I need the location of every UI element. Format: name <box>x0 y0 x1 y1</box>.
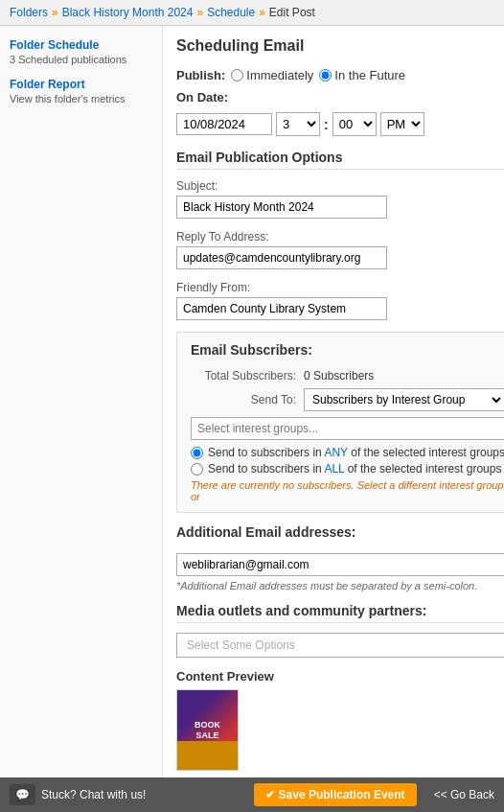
total-subscribers-value: 0 Subscribers <box>304 369 374 383</box>
radio-any[interactable] <box>191 447 203 459</box>
preview-book-text: BOOK SALE <box>195 720 220 741</box>
save-icon: ✔ <box>265 788 275 801</box>
total-subscribers-label: Total Subscribers: <box>191 369 296 383</box>
radio-any-row: Send to subscribers in ANY of the select… <box>191 446 504 459</box>
sidebar-item-folder-report[interactable]: Folder Report View this folder's metrics <box>10 77 152 104</box>
radio-any-label: Send to subscribers in ANY of the select… <box>208 446 504 459</box>
sidebar-folder-report-sub: View this folder's metrics <box>10 93 152 104</box>
subject-field-group: Subject: <box>176 179 504 219</box>
radio-all-row: Send to subscribers in ALL of the select… <box>191 462 504 476</box>
publish-label: Publish: <box>176 68 225 82</box>
breadcrumb-folders[interactable]: Folders <box>10 6 48 19</box>
bottom-actions: ✔ Save Publication Event << Go Back <box>254 783 494 806</box>
additional-email-section: Additional Email addresses: *Additional … <box>176 524 504 592</box>
publish-future-radio[interactable] <box>319 69 332 81</box>
breadcrumb-schedule[interactable]: Schedule <box>207 6 255 19</box>
sidebar-folder-schedule-sub: 3 Scheduled publications <box>10 54 152 65</box>
total-subscribers-row: Total Subscribers: 0 Subscribers <box>191 369 504 383</box>
reply-to-label: Reply To Address: <box>176 230 504 244</box>
breadcrumb-sep-1: » <box>52 6 58 19</box>
subject-label: Subject: <box>176 179 504 193</box>
save-publication-button[interactable]: ✔ Save Publication Event <box>254 783 417 806</box>
friendly-from-field-group: Friendly From: <box>176 281 504 320</box>
any-highlight: ANY <box>324 446 347 459</box>
sidebar-folder-schedule-link[interactable]: Folder Schedule <box>10 38 99 52</box>
send-to-select[interactable]: Subscribers by Interest Group All Subscr… <box>304 388 504 411</box>
send-to-label: Send To: <box>191 393 296 406</box>
bottom-bar: 💬 Stuck? Chat with us! ✔ Save Publicatio… <box>0 777 504 812</box>
radio-group: Send to subscribers in ANY of the select… <box>191 446 504 476</box>
content-preview-image: BOOK SALE <box>176 689 239 771</box>
sidebar: Folder Schedule 3 Scheduled publications… <box>0 26 163 812</box>
friendly-from-label: Friendly From: <box>176 281 504 294</box>
page-title: Scheduling Email <box>176 37 504 55</box>
chat-label: Stuck? Chat with us! <box>41 788 146 801</box>
radio-all[interactable] <box>191 463 203 476</box>
breadcrumb-sep-3: » <box>259 6 265 19</box>
breadcrumb-sep-2: » <box>196 6 203 19</box>
email-subscribers-title: Email Subscribers: <box>191 342 504 361</box>
all-highlight: ALL <box>324 462 344 476</box>
hour-select[interactable]: 3 <box>276 112 320 136</box>
go-back-link[interactable]: << Go Back <box>434 788 494 801</box>
minute-select[interactable]: 00 <box>332 112 377 136</box>
email-options-title: Email Publication Options <box>176 150 504 170</box>
media-title: Media outlets and community partners: <box>176 603 504 623</box>
sidebar-folder-report-link[interactable]: Folder Report <box>10 78 85 91</box>
ampm-select[interactable]: PM AM <box>380 112 424 136</box>
interest-groups-input[interactable] <box>191 417 504 440</box>
warning-text: There are currently no subscribers. Sele… <box>191 479 504 502</box>
on-date-label: On Date: <box>176 90 228 104</box>
time-colon: : <box>324 117 329 132</box>
breadcrumb: Folders » Black History Month 2024 » Sch… <box>0 0 504 26</box>
send-to-row: Send To: Subscribers by Interest Group A… <box>191 388 504 411</box>
publish-row: Publish: Immediately In the Future <box>176 68 504 82</box>
chat-widget: 💬 Stuck? Chat with us! <box>10 784 146 805</box>
breadcrumb-current: Edit Post <box>269 6 315 19</box>
email-subscribers-section: Email Subscribers: Total Subscribers: 0 … <box>176 332 504 513</box>
datetime-row: 3 : 00 PM AM <box>176 112 504 136</box>
reply-to-input[interactable] <box>176 246 387 269</box>
chat-bubble-icon: 💬 <box>15 788 30 801</box>
subject-input[interactable] <box>176 196 387 219</box>
media-select[interactable]: Select Some Options <box>176 633 504 658</box>
media-section: Media outlets and community partners: Se… <box>176 603 504 658</box>
reply-to-field-group: Reply To Address: <box>176 230 504 269</box>
on-date-row: On Date: <box>176 90 504 104</box>
additional-email-title: Additional Email addresses: <box>176 524 504 544</box>
main-content: Scheduling Email Publish: Immediately In… <box>163 26 504 812</box>
chat-icon[interactable]: 💬 <box>10 784 35 805</box>
content-preview-title: Content Preview <box>176 669 504 684</box>
sidebar-item-folder-schedule[interactable]: Folder Schedule 3 Scheduled publications <box>10 37 152 65</box>
additional-email-note: *Additional Email addresses must be sepa… <box>176 580 504 592</box>
publish-future-label[interactable]: In the Future <box>319 68 405 82</box>
additional-email-input[interactable] <box>176 553 504 576</box>
save-btn-label: Save Publication Event <box>279 788 405 801</box>
friendly-from-input[interactable] <box>176 297 387 320</box>
breadcrumb-campaign[interactable]: Black History Month 2024 <box>62 6 194 19</box>
publish-immediately-label[interactable]: Immediately <box>231 68 313 82</box>
content-preview-section: Content Preview BOOK SALE <box>176 669 504 771</box>
date-input[interactable] <box>176 113 272 135</box>
radio-all-label: Send to subscribers in ALL of the select… <box>208 462 501 476</box>
publish-immediately-radio[interactable] <box>231 69 243 81</box>
